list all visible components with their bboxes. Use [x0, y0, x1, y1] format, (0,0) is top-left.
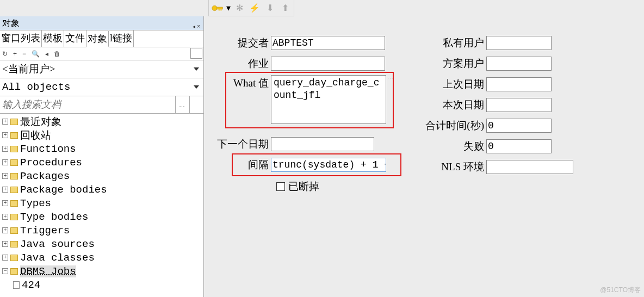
search-more-button[interactable]: … — [175, 96, 189, 113]
folder-icon — [10, 146, 18, 152]
tree-item-label: 最近对象 — [20, 115, 61, 129]
input-private-user[interactable] — [486, 36, 552, 50]
expand-icon[interactable]: + — [2, 173, 8, 179]
input-job[interactable] — [271, 57, 385, 71]
expand-icon[interactable]: + — [2, 227, 8, 233]
input-interval[interactable] — [271, 158, 386, 172]
tree-item[interactable]: +Java sources — [0, 237, 203, 251]
tree-item[interactable]: 424 — [0, 278, 203, 292]
tree-item-label: Procedures — [20, 157, 82, 169]
search-clear-button[interactable] — [189, 96, 203, 113]
folder-icon — [10, 200, 18, 207]
label-last-date: 上次日期 — [421, 77, 486, 91]
svg-rect-3 — [219, 9, 220, 10]
expand-icon[interactable]: + — [2, 132, 8, 138]
label-next-date: 下一个日期 — [207, 137, 271, 151]
tree-item-label: Package bodies — [20, 184, 107, 196]
expand-icon[interactable]: + — [2, 146, 8, 152]
collapse-icon[interactable]: − — [2, 268, 8, 274]
tree-item-label: Triggers — [20, 225, 70, 237]
refresh-icon[interactable]: ↻ — [2, 50, 8, 58]
folder-icon — [10, 268, 18, 275]
input-last-date[interactable] — [486, 77, 552, 91]
sidebar-tabs: 窗口列表 模板 文件 对象 l链接 — [0, 30, 203, 47]
tab-links[interactable]: l链接 — [109, 30, 134, 47]
tree-item-label: Functions — [20, 143, 76, 155]
expand-icon[interactable]: + — [2, 200, 8, 206]
tree-item-label: Java sources — [20, 238, 95, 250]
folder-icon — [10, 241, 18, 247]
expand-icon[interactable]: + — [2, 214, 8, 220]
tab-objects[interactable]: 对象 — [86, 31, 109, 47]
scope-dropdown[interactable]: All objects — [0, 78, 203, 96]
tree-item[interactable]: +Type bodies — [0, 210, 203, 224]
key-icon[interactable] — [210, 1, 225, 15]
plus-icon[interactable]: + — [13, 50, 17, 58]
expand-icon[interactable]: + — [2, 187, 8, 193]
tree-item[interactable]: +Triggers — [0, 224, 203, 237]
label-private-user: 私有用户 — [421, 36, 486, 50]
input-failures[interactable] — [486, 139, 552, 153]
label-interval: 间隔 — [207, 158, 271, 172]
tree-item-label: Type bodies — [20, 211, 88, 223]
expand-icon[interactable]: + — [2, 119, 8, 125]
tree-item[interactable]: +Functions — [0, 142, 203, 156]
folder-icon — [10, 227, 18, 234]
tree-item[interactable]: −DBMS_Jobs — [0, 264, 203, 278]
gear-icon[interactable]: ✻ — [232, 1, 247, 15]
tree-item[interactable]: +Types — [0, 196, 203, 210]
sidebar-pin-close[interactable]: ◂ × — [193, 20, 200, 34]
input-nls-env[interactable] — [486, 160, 573, 174]
svg-rect-1 — [216, 7, 222, 9]
label-what: What 值 — [207, 75, 271, 90]
label-nls-env: NLS 环境 — [421, 160, 486, 174]
prev-icon[interactable]: ◂ — [45, 50, 48, 58]
folder-icon — [10, 214, 18, 220]
expand-icon[interactable]: + — [2, 159, 8, 165]
download-icon[interactable]: ⬇ — [262, 1, 277, 15]
watermark: @51CTO博客 — [600, 286, 641, 295]
tree-item[interactable]: +回收站 — [0, 128, 203, 142]
tree-item-label: Packages — [20, 170, 70, 182]
expand-icon[interactable]: + — [2, 255, 8, 261]
label-this-date: 本次日期 — [421, 98, 486, 112]
document-icon — [13, 281, 20, 289]
tab-window-list[interactable]: 窗口列表 — [0, 30, 42, 47]
checkbox-broken[interactable] — [276, 182, 285, 191]
toolbar-dropdown-icon[interactable]: ▾ — [225, 1, 232, 15]
tree-item[interactable]: +Packages — [0, 169, 203, 183]
main-toolbar: ▾ ✻ ⚡ ⬇ ⬆ — [208, 0, 294, 16]
tree-item[interactable]: +Java classes — [0, 251, 203, 264]
textarea-what[interactable] — [271, 75, 386, 124]
delete-icon[interactable]: 🗑 — [54, 50, 60, 58]
label-failures: 失败 — [421, 139, 486, 153]
input-this-date[interactable] — [486, 98, 552, 112]
search-input[interactable] — [0, 96, 175, 113]
input-schema-user[interactable] — [486, 57, 552, 71]
input-submitter[interactable] — [271, 36, 385, 50]
label-schema-user: 方案用户 — [421, 57, 486, 71]
label-total-time: 合计时间(秒) — [421, 119, 486, 133]
minus-icon[interactable]: − — [22, 50, 26, 58]
tree-item-label: Types — [20, 197, 51, 209]
tab-templates[interactable]: 模板 — [42, 30, 64, 47]
upload-icon[interactable]: ⬆ — [277, 1, 293, 15]
tree-item[interactable]: +最近对象 — [0, 115, 203, 128]
tree-item[interactable]: +Package bodies — [0, 183, 203, 196]
current-user-dropdown[interactable]: <当前用户> — [0, 60, 203, 78]
expand-icon[interactable]: + — [2, 241, 8, 247]
folder-icon — [10, 119, 18, 125]
tree-item[interactable]: +Procedures — [0, 156, 203, 169]
folder-icon — [10, 159, 18, 166]
sidebar: 对象 ◂ × 窗口列表 模板 文件 对象 l链接 ↻ + − 🔍 ◂ 🗑 <当前… — [0, 16, 204, 297]
square-button[interactable] — [190, 48, 202, 59]
input-total-time[interactable] — [486, 119, 552, 133]
label-job: 作业 — [207, 57, 271, 71]
tab-files[interactable]: 文件 — [64, 30, 86, 47]
tree-item-label: 424 — [22, 279, 40, 291]
label-submitter: 提交者 — [207, 36, 271, 50]
textarea-helper-icon[interactable]: ⋯ — [387, 75, 393, 82]
input-next-date[interactable] — [271, 137, 374, 151]
lightning-icon[interactable]: ⚡ — [247, 1, 262, 15]
binoculars-icon[interactable]: 🔍 — [32, 50, 40, 58]
